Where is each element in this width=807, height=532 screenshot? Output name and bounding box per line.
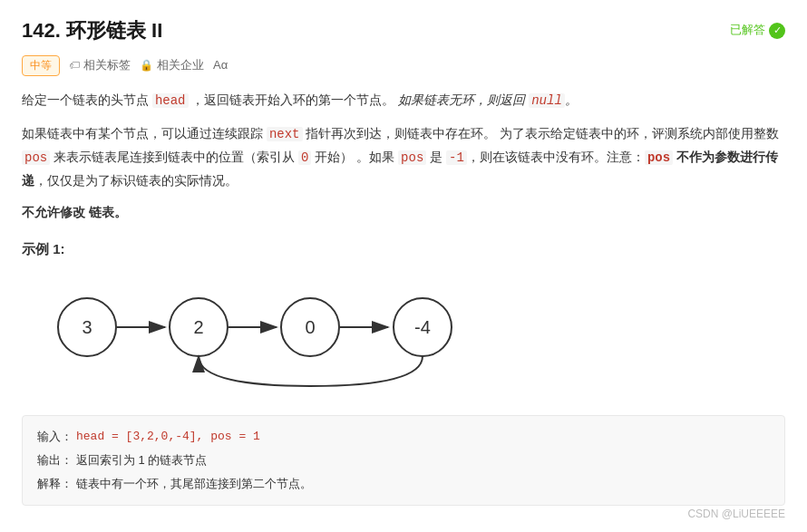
output-label: 输出： — [37, 449, 73, 472]
solved-check-icon: ✓ — [769, 23, 785, 39]
related-company-item[interactable]: 🔒 相关企业 — [140, 56, 204, 75]
tag-icon: 🏷 — [69, 57, 80, 74]
footer-credit: CSDN @LiUEEEEE — [687, 506, 785, 523]
explain-label: 解释： — [37, 472, 73, 496]
input-line: 输入： head = [3,2,0,-4], pos = 1 — [37, 425, 770, 449]
related-tags-label: 相关标签 — [83, 56, 131, 75]
font-icon: Aα — [213, 56, 228, 75]
head-code: head — [152, 93, 189, 108]
page-title: 142. 环形链表 II — [22, 15, 162, 46]
difficulty-tag[interactable]: 中等 — [22, 55, 60, 76]
solved-badge: 已解答 ✓ — [730, 21, 785, 40]
output-value: 返回索引为 1 的链表节点 — [76, 449, 207, 472]
description-line3: 不允许修改 链表。 — [22, 201, 785, 224]
next-code: next — [267, 127, 303, 141]
diagram-container: 3 2 0 -4 — [31, 273, 785, 405]
input-value: head = [3,2,0,-4], pos = 1 — [76, 425, 260, 449]
related-company-label: 相关企业 — [157, 56, 204, 75]
problem-name: 环形链表 II — [66, 19, 162, 42]
title-row: 142. 环形链表 II 已解答 ✓ — [22, 15, 785, 46]
zero-code: 0 — [298, 150, 311, 165]
pos-code3: pos — [645, 150, 673, 165]
italic-desc: 如果链表无环，则返回 null。 — [398, 92, 578, 107]
linked-list-diagram: 3 2 0 -4 — [31, 273, 539, 400]
explain-value: 链表中有一个环，其尾部连接到第二个节点。 — [76, 472, 312, 496]
io-box: 输入： head = [3,2,0,-4], pos = 1 输出： 返回索引为… — [22, 415, 785, 506]
font-item[interactable]: Aα — [213, 56, 228, 75]
neg1-code: -1 — [446, 150, 467, 165]
output-line: 输出： 返回索引为 1 的链表节点 — [37, 449, 770, 472]
pos-code2: pos — [398, 150, 426, 165]
svg-text:0: 0 — [305, 317, 315, 337]
example-title: 示例 1: — [22, 238, 785, 260]
pos-code: pos — [22, 150, 50, 165]
solved-text: 已解答 — [730, 21, 765, 40]
description-line2: 如果链表中有某个节点，可以通过连续跟踪 next 指针再次到达，则链表中存在环。… — [22, 122, 785, 193]
svg-text:2: 2 — [193, 317, 203, 337]
description-line1: 给定一个链表的头节点 head ，返回链表开始入环的第一个节点。 如果链表无环，… — [22, 89, 785, 112]
related-tags-item[interactable]: 🏷 相关标签 — [69, 56, 131, 75]
explain-line: 解释： 链表中有一个环，其尾部连接到第二个节点。 — [37, 472, 770, 496]
svg-text:3: 3 — [82, 317, 92, 337]
tag-row: 中等 🏷 相关标签 🔒 相关企业 Aα — [22, 55, 785, 76]
lock-icon: 🔒 — [140, 57, 153, 74]
input-label: 输入： — [37, 425, 73, 449]
page-container: 142. 环形链表 II 已解答 ✓ 中等 🏷 相关标签 🔒 相关企业 Aα 给… — [0, 0, 807, 532]
svg-text:-4: -4 — [414, 317, 431, 337]
problem-number: 142. — [22, 19, 61, 42]
null-code: null — [529, 93, 565, 108]
